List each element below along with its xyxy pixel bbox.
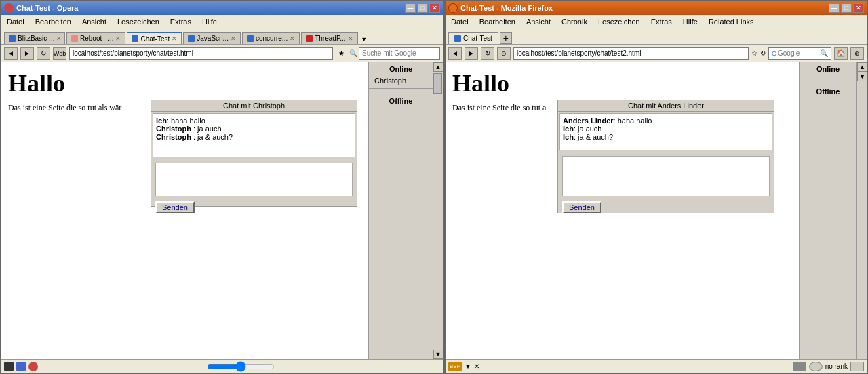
tab-close-3[interactable]: ✕ (231, 35, 236, 42)
firefox-maximize-button[interactable]: □ (841, 3, 852, 13)
tab-close-1[interactable]: ✕ (115, 35, 121, 42)
ff-message-1: Ich: ja auch (563, 125, 769, 133)
ff-menu-extras[interactable]: Extras (648, 18, 675, 26)
ff-status-icon-3 (809, 362, 823, 371)
tab-label-2: Chat-Test (140, 35, 170, 43)
firefox-minimize-button[interactable]: — (829, 3, 840, 13)
ff-search-container: G 🔍 (768, 47, 831, 60)
firefox-page-title: Hallo (452, 69, 792, 98)
opera-page-content: Hallo Das ist eine Seite die so tut als … (1, 62, 368, 359)
firefox-url-input[interactable] (513, 47, 749, 60)
ff-reload-button[interactable]: ↻ (481, 47, 494, 60)
opera-scroll-up[interactable]: ▲ (433, 62, 443, 72)
opera-tab-0[interactable]: BlitzBasic ... ✕ (4, 32, 65, 44)
opera-close-button[interactable]: ✕ (429, 3, 440, 13)
ff-extra-button[interactable]: ⊕ (850, 47, 864, 60)
opera-search-input[interactable] (359, 47, 440, 60)
ff-status-right: no rank (793, 362, 864, 371)
opera-zoom-slider[interactable] (207, 361, 275, 372)
opera-titlebar: Chat-Test - Opera — □ ✕ (1, 1, 443, 15)
firefox-statusbar: BBP ▼ ✕ no rank (446, 359, 867, 373)
opera-user-christoph[interactable]: Christoph (372, 76, 430, 85)
opera-menu-lesezeichen[interactable]: Lesezeichen (115, 18, 162, 26)
tab-close-0[interactable]: ✕ (56, 35, 62, 42)
opera-chat-title: Chat mit Christoph (151, 100, 357, 112)
opera-icon (4, 3, 14, 13)
opera-scroll-track[interactable] (433, 72, 443, 350)
opera-chat-send-area: Senden (151, 159, 357, 206)
ff-message-2: Ich: ja & auch? (563, 133, 769, 141)
ff-menu-lesezeichen[interactable]: Lesezeichen (595, 18, 643, 26)
firefox-tab-add[interactable]: + (500, 32, 512, 44)
opera-chat-input[interactable] (155, 163, 353, 196)
opera-menu-bearbeiten[interactable]: Bearbeiten (33, 18, 74, 26)
ff-status-icon-4 (850, 362, 864, 371)
ff-scroll-down[interactable]: ▼ (857, 72, 867, 81)
opera-senden-button[interactable]: Senden (155, 201, 195, 213)
firefox-online-label: Online (802, 65, 854, 73)
ff-refresh-icon[interactable]: ↻ (760, 49, 766, 57)
opera-menubar: Datei Bearbeiten Ansicht Lesezeichen Ext… (1, 15, 443, 28)
firefox-close-button[interactable]: ✕ (853, 3, 864, 13)
opera-online-section: Online Christoph (369, 62, 433, 89)
opera-menu-extras[interactable]: Extras (167, 18, 194, 26)
opera-forward-button[interactable]: ► (20, 47, 34, 60)
ff-bookmark-star[interactable]: ☆ (751, 49, 757, 57)
tab-icon-2 (132, 35, 138, 42)
firefox-search-input[interactable] (778, 49, 818, 57)
opera-reload-button[interactable]: ↻ (37, 47, 50, 60)
opera-status-icon-1 (4, 362, 14, 371)
opera-tab-dropdown[interactable]: ▼ (359, 35, 369, 44)
tab-close-2[interactable]: ✕ (172, 35, 177, 42)
ff-menu-chronik[interactable]: Chronik (559, 18, 590, 26)
firefox-offline-label: Offline (800, 85, 856, 98)
ff-home-button[interactable]: 🏠 (834, 47, 848, 60)
tab-icon-4 (247, 35, 254, 42)
opera-message-0: Ich: haha hallo (156, 117, 352, 125)
opera-tab-4[interactable]: concurre... ✕ (242, 32, 300, 44)
ff-menu-related-links[interactable]: Related Links (706, 18, 757, 26)
opera-menu-datei[interactable]: Datei (4, 18, 27, 26)
opera-tab-1[interactable]: Reboot - ... ✕ (66, 32, 125, 44)
ff-rank-text: no rank (825, 362, 848, 370)
firefox-tabbar: Chat-Test + (446, 28, 867, 45)
tab-close-5[interactable]: ✕ (348, 35, 353, 42)
opera-scrollbar[interactable]: ▲ ▼ (433, 62, 443, 359)
opera-window: Chat-Test - Opera — □ ✕ Datei Bearbeiten… (0, 0, 444, 374)
ff-search-icon[interactable]: 🔍 (820, 49, 828, 57)
firefox-tab-0[interactable]: Chat-Test (448, 32, 498, 44)
opera-tab-5[interactable]: ThreadP... ✕ (301, 32, 357, 44)
opera-offline-label: Offline (369, 94, 433, 108)
opera-browser-content: Hallo Das ist eine Seite die so tut als … (1, 62, 443, 359)
opera-minimize-button[interactable]: — (405, 3, 416, 13)
opera-url-input[interactable] (69, 47, 333, 60)
ff-back-button[interactable]: ◄ (448, 47, 462, 60)
ff-something-button[interactable]: ⊙ (497, 47, 511, 60)
firefox-chat-input[interactable] (562, 156, 770, 196)
ff-forward-button[interactable]: ► (465, 47, 478, 60)
firefox-title: Chat-Test - Mozilla Firefox (460, 4, 826, 12)
opera-menu-ansicht[interactable]: Ansicht (79, 18, 109, 26)
opera-maximize-button[interactable]: □ (417, 3, 428, 13)
ff-scroll-up[interactable]: ▲ (857, 62, 867, 72)
opera-tab-2[interactable]: Chat-Test ✕ (127, 32, 182, 44)
tab-label-3: JavaScri... (197, 35, 229, 42)
ff-menu-hilfe[interactable]: Hilfe (680, 18, 701, 26)
opera-home-button[interactable]: Web (53, 47, 66, 60)
tab-close-4[interactable]: ✕ (290, 35, 295, 42)
ff-menu-datei[interactable]: Datei (448, 18, 471, 26)
opera-bookmark-button[interactable]: ★ (336, 47, 347, 60)
opera-scroll-down[interactable]: ▼ (433, 350, 443, 359)
firefox-chat-send-area: Senden (558, 152, 774, 213)
opera-tab-3[interactable]: JavaScri... ✕ (183, 32, 241, 44)
opera-menu-hilfe[interactable]: Hilfe (199, 18, 220, 26)
ff-status-left: BBP ▼ ✕ (448, 362, 479, 371)
firefox-senden-button[interactable]: Senden (562, 201, 601, 213)
tab-icon-1 (71, 35, 78, 42)
opera-back-button[interactable]: ◄ (4, 47, 18, 60)
ff-menu-ansicht[interactable]: Ansicht (524, 18, 553, 26)
opera-scroll-thumb[interactable] (433, 73, 442, 94)
firefox-menubar: Datei Bearbeiten Ansicht Chronik Lesezei… (446, 15, 867, 28)
firefox-scrollbar[interactable]: ▲ ▼ (856, 62, 867, 359)
ff-menu-bearbeiten[interactable]: Bearbeiten (477, 18, 518, 26)
